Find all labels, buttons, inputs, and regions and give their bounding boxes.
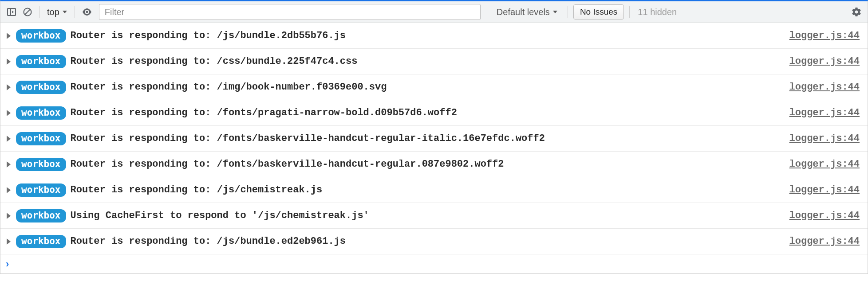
- hidden-messages-count[interactable]: 11 hidden: [635, 7, 679, 17]
- svg-line-2: [25, 9, 30, 15]
- source-link[interactable]: logger.js:44: [789, 82, 860, 93]
- log-message: Router is responding to: /js/chemistreak…: [71, 184, 323, 195]
- source-link[interactable]: logger.js:44: [789, 236, 860, 247]
- workbox-badge: workbox: [16, 235, 66, 248]
- workbox-badge: workbox: [16, 81, 66, 94]
- console-toolbar: top Default levels No Issues 11 hidden: [0, 0, 868, 23]
- log-message: Router is responding to: /img/book-numbe…: [71, 82, 387, 93]
- filter-input[interactable]: [99, 4, 481, 20]
- log-row[interactable]: workboxRouter is responding to: /js/bund…: [0, 229, 868, 254]
- toggle-sidebar-icon[interactable]: [5, 5, 18, 19]
- source-link[interactable]: logger.js:44: [789, 107, 860, 118]
- log-row[interactable]: workboxRouter is responding to: /fonts/p…: [0, 100, 868, 126]
- workbox-badge: workbox: [16, 183, 66, 197]
- disclosure-triangle-icon[interactable]: [7, 161, 11, 168]
- toolbar-divider: [629, 6, 630, 18]
- workbox-badge: workbox: [16, 55, 66, 68]
- levels-label: Default levels: [497, 7, 550, 17]
- log-message: Router is responding to: /fonts/baskervi…: [71, 133, 545, 144]
- source-link[interactable]: logger.js:44: [789, 159, 860, 170]
- source-link[interactable]: logger.js:44: [789, 210, 860, 221]
- issues-button[interactable]: No Issues: [573, 4, 624, 20]
- log-message: Router is responding to: /css/bundle.225…: [71, 56, 358, 67]
- log-row[interactable]: workboxRouter is responding to: /fonts/b…: [0, 152, 868, 177]
- log-message: Router is responding to: /js/bundle.ed2e…: [71, 236, 346, 247]
- context-label: top: [47, 7, 59, 17]
- disclosure-triangle-icon[interactable]: [7, 110, 11, 116]
- disclosure-triangle-icon[interactable]: [7, 238, 11, 245]
- log-row[interactable]: workboxRouter is responding to: /img/boo…: [0, 74, 868, 100]
- source-link[interactable]: logger.js:44: [789, 133, 860, 144]
- disclosure-triangle-icon[interactable]: [7, 187, 11, 193]
- disclosure-triangle-icon[interactable]: [7, 136, 11, 142]
- disclosure-triangle-icon[interactable]: [7, 213, 11, 219]
- disclosure-triangle-icon[interactable]: [7, 33, 11, 39]
- execution-context-selector[interactable]: top: [45, 7, 69, 17]
- toolbar-divider: [39, 6, 40, 18]
- clear-console-icon[interactable]: [21, 5, 34, 19]
- chevron-down-icon: [552, 9, 558, 15]
- log-row[interactable]: workboxRouter is responding to: /css/bun…: [0, 49, 868, 74]
- workbox-badge: workbox: [16, 132, 66, 145]
- disclosure-triangle-icon[interactable]: [7, 59, 11, 65]
- source-link[interactable]: logger.js:44: [789, 56, 860, 67]
- source-link[interactable]: logger.js:44: [789, 30, 860, 41]
- log-message: Router is responding to: /js/bundle.2db5…: [71, 30, 346, 41]
- log-levels-selector[interactable]: Default levels: [492, 7, 562, 17]
- toolbar-divider: [75, 6, 75, 18]
- log-message: Router is responding to: /fonts/baskervi…: [71, 159, 504, 170]
- console-prompt[interactable]: ›: [0, 254, 868, 274]
- log-row[interactable]: workboxUsing CacheFirst to respond to '/…: [0, 203, 868, 229]
- svg-point-3: [86, 11, 88, 13]
- log-row[interactable]: workboxRouter is responding to: /js/chem…: [0, 177, 868, 203]
- prompt-chevron-icon: ›: [6, 258, 9, 270]
- workbox-badge: workbox: [16, 209, 66, 222]
- disclosure-triangle-icon[interactable]: [7, 84, 11, 90]
- workbox-badge: workbox: [16, 158, 66, 171]
- log-row[interactable]: workboxRouter is responding to: /js/bund…: [0, 23, 868, 49]
- source-link[interactable]: logger.js:44: [789, 184, 860, 195]
- console-log-list: workboxRouter is responding to: /js/bund…: [0, 23, 868, 254]
- log-row[interactable]: workboxRouter is responding to: /fonts/b…: [0, 126, 868, 152]
- workbox-badge: workbox: [16, 106, 66, 120]
- log-message: Router is responding to: /fonts/pragati-…: [71, 107, 457, 118]
- settings-gear-icon[interactable]: [850, 5, 863, 19]
- toolbar-divider: [568, 6, 568, 18]
- live-expression-icon[interactable]: [80, 5, 94, 19]
- workbox-badge: workbox: [16, 29, 66, 43]
- log-message: Using CacheFirst to respond to '/js/chem…: [71, 210, 369, 221]
- svg-rect-0: [8, 8, 16, 16]
- chevron-down-icon: [62, 9, 67, 15]
